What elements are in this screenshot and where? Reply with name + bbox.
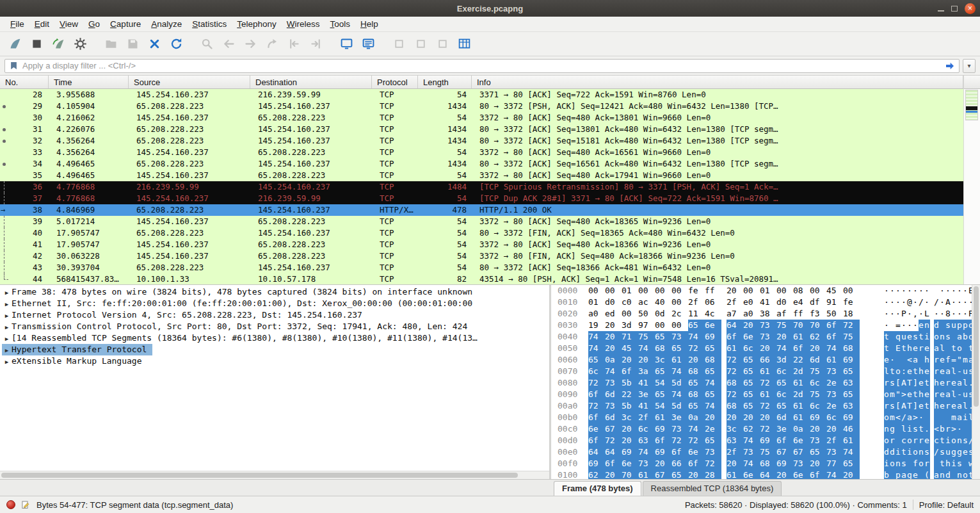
menu-edit[interactable]: Edit <box>29 17 54 31</box>
expand-arrow-icon[interactable]: ▶ <box>2 322 12 332</box>
menu-capture[interactable]: Capture <box>105 17 146 31</box>
menu-statistics[interactable]: Statistics <box>187 17 232 31</box>
menu-wireless[interactable]: Wireless <box>282 17 325 31</box>
hex-row[interactable]: 001001d0c0ac40002f062fe041d0e4df91fe····… <box>551 297 980 308</box>
apply-filter-icon[interactable] <box>945 61 955 71</box>
hex-row[interactable]: 00a072735b41545d657468657265616c2e63rs[A… <box>551 400 980 412</box>
packet-row-34[interactable]: 344.49646565.208.228.223145.254.160.237T… <box>0 158 963 170</box>
expand-arrow-icon[interactable]: ▶ <box>2 356 12 367</box>
hex-row[interactable]: 0060650a20203c6120687265663d226d6169e· <… <box>551 354 980 366</box>
packet-row-37[interactable]: 374.776868145.254.160.237216.239.59.99TC… <box>0 193 963 204</box>
hex-row[interactable]: 00b06f6d3c2f613e0a202020206d61696c69om</… <box>551 412 980 423</box>
capture-comment-icon[interactable] <box>21 500 31 510</box>
resize-columns-icon[interactable] <box>454 35 474 54</box>
packet-list-scrollbar[interactable] <box>963 76 980 284</box>
detail-item[interactable]: ▶Hypertext Transfer Protocol <box>0 344 549 355</box>
bookmark-icon[interactable] <box>9 61 19 70</box>
hex-row[interactable]: 01006220706167652028616e64206e6f7420b pa… <box>551 469 980 479</box>
detail-item[interactable]: ▶eXtensible Markup Language <box>0 355 549 367</box>
packet-row-38[interactable]: 384.84696965.208.228.223145.254.160.237H… <box>0 204 963 216</box>
expand-arrow-icon[interactable]: ▶ <box>2 310 12 321</box>
column-header-time[interactable]: Time <box>49 76 129 88</box>
restore-icon[interactable] <box>951 6 958 12</box>
menu-help[interactable]: Help <box>355 17 383 31</box>
expand-arrow-icon[interactable]: ▶ <box>2 333 12 344</box>
auto-scroll-icon[interactable] <box>337 35 356 54</box>
packet-row-33[interactable]: 334.356264145.254.160.23765.208.228.223T… <box>0 147 963 158</box>
hex-row[interactable]: 004074207175657374696f6e732061626f75t qu… <box>551 331 980 343</box>
profile-selector[interactable]: Profile: Default <box>919 500 974 510</box>
close-file-icon[interactable] <box>145 35 164 54</box>
packet-row-36[interactable]: 364.776868216.239.59.99145.254.160.237TC… <box>0 181 963 193</box>
cell-info: 3372 → 80 [FIN, ACK] Seq=480 Ack=18366 W… <box>472 250 963 262</box>
display-filter-input[interactable] <box>22 61 941 70</box>
detail-item[interactable]: ▶Frame 38: 478 bytes on wire (3824 bits)… <box>0 286 549 298</box>
hex-row[interactable]: 00c06e67206c6973742e3c62723e0a202046ng l… <box>551 423 980 435</box>
colorize-packets-icon[interactable] <box>358 35 378 54</box>
packet-row-35[interactable]: 354.496465145.254.160.23765.208.228.223T… <box>0 170 963 181</box>
hex-row[interactable]: 00d06f7220636f7272656374696f6e732f61or c… <box>551 435 980 446</box>
expert-info-icon[interactable] <box>6 500 15 509</box>
packet-row-29[interactable]: 294.10590465.208.228.223145.254.160.237T… <box>0 101 963 112</box>
hex-v-scrollbar[interactable] <box>972 285 980 479</box>
menu-view[interactable]: View <box>54 17 83 31</box>
expand-arrow-icon[interactable]: ▶ <box>2 287 12 298</box>
reload-file-icon[interactable] <box>166 35 186 54</box>
title-bar[interactable]: Exercise.pcapng <box>0 0 980 17</box>
menu-telephony[interactable]: Telephony <box>232 17 282 31</box>
hex-row[interactable]: 00507420457468657265616c20746f207468t Et… <box>551 343 980 354</box>
minimize-icon[interactable] <box>938 6 944 12</box>
menu-tools[interactable]: Tools <box>325 17 356 31</box>
start-capture-icon[interactable] <box>5 35 24 54</box>
packet-row-39[interactable]: 395.017214145.254.160.23765.208.228.223T… <box>0 216 963 227</box>
menu-file[interactable]: File <box>5 17 29 31</box>
scrollbar-thumb[interactable] <box>965 90 978 120</box>
ascii-char: · <box>896 297 901 308</box>
restart-capture-icon[interactable] <box>49 35 68 54</box>
v-scrollbar-thumb[interactable] <box>974 286 979 407</box>
column-header-info[interactable]: Info <box>472 76 963 88</box>
column-header-source[interactable]: Source <box>129 76 250 88</box>
expand-arrow-icon[interactable]: ▶ <box>2 345 12 355</box>
packet-row-40[interactable]: 4017.90574765.208.228.223145.254.160.237… <box>0 227 963 239</box>
hex-row[interactable]: 00906f6d223e657468657265616c2d757365om">… <box>551 389 980 400</box>
filter-dropdown-button[interactable]: ▾ <box>963 59 976 73</box>
hex-row[interactable]: 00e064646974696f6e732f73756767657374ddit… <box>551 446 980 458</box>
hex-row[interactable]: 003019203d970000656e6420737570706f72· =·… <box>551 320 980 331</box>
close-icon[interactable] <box>965 3 976 14</box>
stop-capture-icon[interactable] <box>27 35 46 54</box>
capture-options-icon[interactable] <box>70 35 90 54</box>
menu-go[interactable]: Go <box>83 17 105 31</box>
packet-row-32[interactable]: 324.35626465.208.228.223145.254.160.237T… <box>0 135 963 147</box>
h-scrollbar-thumb[interactable] <box>1 473 518 478</box>
packet-row-44[interactable]: 44568415437.83…10.100.1.3310.10.57.178TC… <box>0 273 963 284</box>
intelligent-scrollbar-track[interactable] <box>964 89 980 284</box>
detail-item[interactable]: ▶[14 Reassembled TCP Segments (18364 byt… <box>0 332 549 344</box>
byte-tab-frame[interactable]: Frame (478 bytes) <box>554 481 641 496</box>
detail-item[interactable]: ▶Internet Protocol Version 4, Src: 65.20… <box>0 309 549 321</box>
hex-row[interactable]: 00706c746f3a657468657265616c2d757365lto:… <box>551 366 980 377</box>
hex-row[interactable]: 00f0696f6e7320666f722074686973207765ions… <box>551 458 980 469</box>
display-filter-field[interactable] <box>4 59 960 73</box>
packet-row-42[interactable]: 4230.063228145.254.160.23765.208.228.223… <box>0 250 963 262</box>
column-header-no[interactable]: No. <box>0 76 49 88</box>
detail-item[interactable]: ▶Transmission Control Protocol, Src Port… <box>0 321 549 332</box>
menu-analyze[interactable]: Analyze <box>146 17 187 31</box>
byte-tab-reassembled[interactable]: Reassembled TCP (18364 bytes) <box>643 481 782 496</box>
packet-row-31[interactable]: 314.22607665.208.228.223145.254.160.237T… <box>0 124 963 135</box>
details-h-scrollbar[interactable] <box>0 471 549 479</box>
column-header-destination[interactable]: Destination <box>250 76 372 88</box>
ascii-char: r <box>945 400 951 412</box>
packet-row-41[interactable]: 4117.905747145.254.160.23765.208.228.223… <box>0 239 963 250</box>
hex-row[interactable]: 0020a0ed00500d2c114ca7a038affff35018···P… <box>551 308 980 320</box>
detail-item[interactable]: ▶Ethernet II, Src: fe:ff:20:00:01:00 (fe… <box>0 298 549 309</box>
packet-row-43[interactable]: 4330.39370465.208.228.223145.254.160.237… <box>0 262 963 273</box>
expand-arrow-icon[interactable]: ▶ <box>2 298 12 309</box>
packet-row-30[interactable]: 304.216062145.254.160.23765.208.228.223T… <box>0 112 963 124</box>
hex-row[interactable]: 008072735b41545d657468657265616c2e63rs[A… <box>551 377 980 389</box>
column-header-length[interactable]: Length <box>418 76 472 88</box>
hex-row[interactable]: 0000000001000000feff2000010008004500····… <box>551 285 980 297</box>
packet-row-28[interactable]: 283.955688145.254.160.237216.239.59.99TC… <box>0 89 963 101</box>
hex-byte: 65 <box>843 458 860 469</box>
column-header-protocol[interactable]: Protocol <box>372 76 418 88</box>
